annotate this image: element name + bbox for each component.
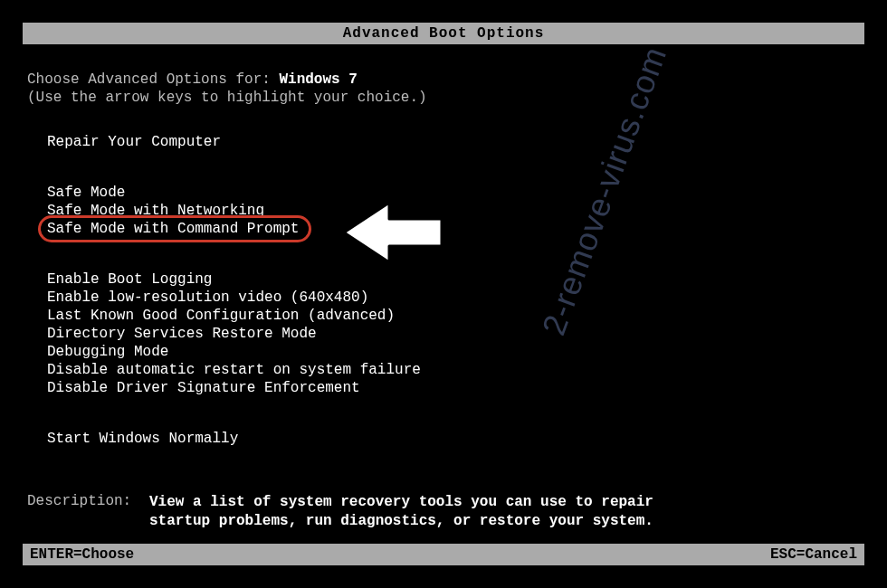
esc-cancel-hint: ESC=Cancel: [770, 546, 857, 563]
option-safe-mode[interactable]: Safe Mode: [47, 184, 125, 202]
option-disable-auto-restart[interactable]: Disable automatic restart on system fail…: [47, 361, 421, 379]
description-block: Description: View a list of system recov…: [27, 493, 860, 531]
option-safe-mode-command-prompt[interactable]: Safe Mode with Command Prompt: [47, 220, 299, 238]
options-block: Repair Your Computer Safe Mode Safe Mode…: [47, 133, 860, 448]
option-low-res-video[interactable]: Enable low-resolution video (640x480): [47, 289, 368, 307]
content-area: Choose Advanced Options for: Windows 7 (…: [23, 44, 864, 531]
option-last-known-good-config[interactable]: Last Known Good Configuration (advanced): [47, 307, 395, 325]
option-disable-driver-signature[interactable]: Disable Driver Signature Enforcement: [47, 379, 360, 397]
boot-options-screen: Advanced Boot Options Choose Advanced Op…: [0, 0, 887, 588]
arrow-key-hint: (Use the arrow keys to highlight your ch…: [27, 90, 860, 106]
option-safe-mode-networking[interactable]: Safe Mode with Networking: [47, 202, 264, 220]
screen-title: Advanced Boot Options: [343, 25, 545, 42]
os-name: Windows 7: [279, 71, 357, 88]
option-start-windows-normally[interactable]: Start Windows Normally: [47, 430, 238, 448]
option-debugging-mode[interactable]: Debugging Mode: [47, 343, 168, 361]
footer-bar: ENTER=Choose ESC=Cancel: [23, 544, 864, 565]
option-enable-boot-logging[interactable]: Enable Boot Logging: [47, 270, 212, 289]
enter-choose-hint: ENTER=Choose: [30, 546, 134, 563]
description-line-1: View a list of system recovery tools you…: [149, 493, 653, 512]
choose-prompt-prefix: Choose Advanced Options for:: [27, 71, 279, 88]
description-line-2: startup problems, run diagnostics, or re…: [149, 512, 653, 531]
option-ds-restore-mode[interactable]: Directory Services Restore Mode: [47, 325, 317, 343]
option-repair-computer[interactable]: Repair Your Computer: [47, 133, 221, 151]
description-text: View a list of system recovery tools you…: [149, 493, 653, 531]
title-bar: Advanced Boot Options: [23, 23, 864, 44]
highlighted-option-wrap: Safe Mode with Command Prompt: [47, 220, 299, 238]
description-label: Description:: [27, 493, 149, 531]
